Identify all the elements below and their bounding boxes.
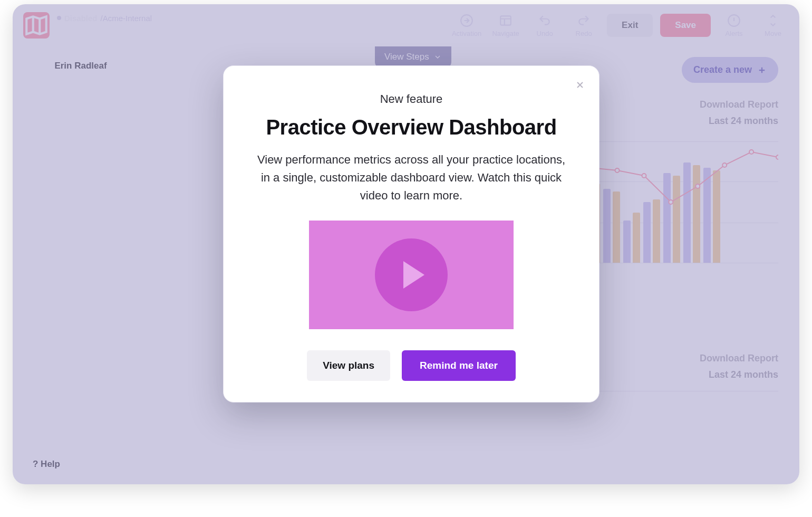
- sidebar-divider: [22, 249, 139, 250]
- activation-button[interactable]: Activation: [451, 14, 482, 37]
- svg-point-10: [29, 228, 33, 232]
- svg-point-22: [749, 150, 753, 154]
- title-block: Disabled /Acme-Internal Welcome to Acme …: [57, 14, 179, 37]
- map-icon: [23, 12, 50, 39]
- sidebar-item-users[interactable]: Users: [22, 221, 139, 243]
- app-frame: Disabled /Acme-Internal Welcome to Acme …: [13, 4, 799, 484]
- exit-button[interactable]: Exit: [607, 14, 653, 37]
- layout-icon: [499, 14, 513, 27]
- sidebar-item-label: Payroll: [45, 160, 73, 170]
- modal-eyebrow: New feature: [250, 92, 573, 106]
- svg-point-8: [30, 146, 32, 148]
- user-pill[interactable]: Erin Radleaf: [22, 53, 139, 79]
- sidebar-item-dashboard[interactable]: Dashboard: [22, 88, 139, 110]
- alert-circle-icon: [727, 14, 741, 27]
- svg-point-9: [34, 146, 36, 148]
- arrow-right-circle-icon: [460, 14, 473, 27]
- report-meta: Download Report Last 24 months: [700, 99, 778, 127]
- card-icon: [26, 115, 38, 127]
- gear-icon: [26, 261, 38, 273]
- help-button[interactable]: ? Help: [22, 454, 71, 475]
- grid-icon: [26, 93, 38, 104]
- section2-title-fragment: er: [581, 331, 778, 348]
- undo-icon: [538, 14, 552, 27]
- svg-point-20: [695, 184, 700, 188]
- download-report-link[interactable]: Download Report: [700, 99, 778, 110]
- svg-point-17: [615, 168, 620, 173]
- svg-rect-1: [500, 16, 511, 25]
- chevron-down-icon: [433, 53, 442, 61]
- move-updown-icon: [766, 14, 780, 27]
- app-logo: [23, 12, 50, 39]
- modal-title: Practice Overview Dashboard: [250, 116, 573, 139]
- svg-point-21: [722, 163, 727, 167]
- close-button[interactable]: [573, 78, 587, 92]
- top-bar: Disabled /Acme-Internal Welcome to Acme …: [13, 4, 799, 46]
- page-title: Welcome to Acme Co!: [57, 24, 179, 37]
- activity-icon: [26, 181, 38, 193]
- svg-point-11: [31, 265, 34, 269]
- cart-icon: [26, 137, 38, 149]
- create-new-button[interactable]: Create a new: [682, 57, 778, 83]
- sidebar-item-purchases[interactable]: Purchases: [22, 132, 139, 154]
- redo-icon: [577, 14, 591, 27]
- date-range-label-2: Last 24 months: [581, 369, 778, 380]
- alerts-button[interactable]: Alerts: [718, 14, 750, 37]
- status-dot-icon: [57, 16, 61, 20]
- date-range-label: Last 24 months: [700, 116, 778, 127]
- view-steps-tab[interactable]: View Steps: [375, 46, 451, 68]
- sidebar-divider-bottom: [22, 438, 139, 439]
- list-icon: [26, 159, 38, 171]
- download-report-link-2[interactable]: Download Report: [581, 353, 778, 364]
- modal-actions: View plans Remind me later: [250, 350, 573, 381]
- sidebar-item-reports[interactable]: Reports: [22, 198, 139, 221]
- svg-rect-6: [33, 100, 36, 103]
- navigate-button[interactable]: Navigate: [490, 14, 521, 37]
- breadcrumb-path: /Acme-Internal: [101, 14, 152, 23]
- play-button[interactable]: [375, 238, 448, 311]
- remind-later-button[interactable]: Remind me later: [402, 350, 516, 381]
- svg-rect-7: [27, 118, 37, 125]
- view-plans-button[interactable]: View plans: [307, 350, 390, 381]
- svg-point-18: [642, 174, 646, 178]
- redo-button[interactable]: Redo: [568, 14, 600, 37]
- sidebar-item-payroll[interactable]: Payroll: [22, 154, 139, 176]
- move-button[interactable]: Move: [757, 14, 789, 37]
- sidebar-item-label: Sales: [45, 116, 68, 126]
- sidebar: Erin Radleaf Dashboard Sales Purchases P…: [13, 46, 149, 484]
- bar-chart-icon: [26, 204, 38, 215]
- sidebar-item-label: Dashboard: [45, 93, 92, 104]
- report-section-2: er Download Report Last 24 months: [581, 331, 778, 391]
- svg-rect-3: [28, 94, 31, 98]
- close-icon: [575, 80, 585, 90]
- undo-button[interactable]: Undo: [529, 14, 560, 37]
- save-button[interactable]: Save: [660, 14, 711, 37]
- modal-body: View performance metrics across all your…: [250, 151, 573, 205]
- svg-point-23: [776, 155, 778, 159]
- sidebar-item-label: Purchases: [45, 138, 88, 148]
- sidebar-item-sales[interactable]: Sales: [22, 110, 139, 132]
- status-label: Disabled: [64, 14, 98, 23]
- sidebar-item-label: Users: [45, 262, 69, 272]
- sidebar-item-label: Activity: [45, 182, 74, 193]
- svg-rect-4: [33, 94, 36, 98]
- plus-icon: [757, 65, 767, 75]
- play-icon: [403, 261, 424, 289]
- svg-rect-5: [28, 100, 31, 103]
- sidebar-item-label: Reports: [45, 204, 77, 215]
- sidebar-item-activity[interactable]: Activity: [22, 176, 139, 198]
- sidebar-item-settings-users[interactable]: Users: [22, 256, 139, 278]
- video-thumbnail[interactable]: [309, 221, 514, 329]
- sidebar-item-label: Users: [45, 226, 69, 237]
- svg-point-19: [669, 200, 673, 204]
- users-icon: [26, 226, 38, 237]
- feature-modal: New feature Practice Overview Dashboard …: [223, 65, 600, 403]
